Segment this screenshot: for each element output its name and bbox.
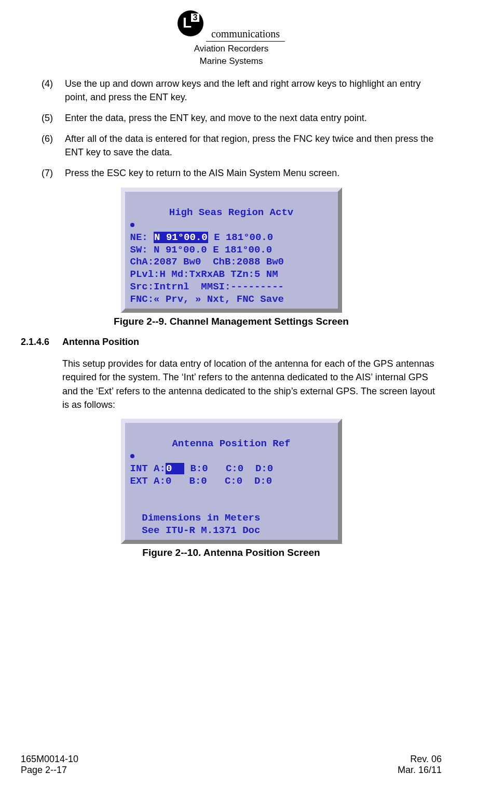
- figure-2-9-caption: Figure 2--9. Channel Management Settings…: [21, 316, 442, 327]
- sw-line: SW: N 91°00.0 E 181°00.0: [130, 244, 273, 256]
- logo-number: 3: [191, 14, 199, 22]
- l3-logo: L 3: [178, 10, 203, 36]
- ne-line-pre: NE:: [130, 232, 154, 243]
- channel-mgmt-screen: High Seas Region Actv NE: N 91°00.0 E 18…: [121, 188, 342, 313]
- step-4: (4) Use the up and down arrow keys and t…: [42, 77, 442, 104]
- plvl-line: PLvl:H Md:TxRxAB TZn:5 NM: [130, 269, 278, 280]
- ne-line-post: E 181°00.0: [208, 232, 273, 243]
- footer-left: 165M0014-10 Page 2--17: [21, 754, 78, 776]
- communications-text: communications: [206, 28, 285, 42]
- page-header: L 3 communications Aviation Recorders Ma…: [21, 10, 442, 66]
- step-number: (4): [42, 77, 65, 104]
- int-line-post: B:0 C:0 D:0: [184, 463, 273, 474]
- section-title: Antenna Position: [62, 337, 139, 348]
- step-5: (5) Enter the data, press the ENT key, a…: [42, 111, 442, 125]
- logo-letter: L: [183, 15, 192, 31]
- screen-title: Antenna Position Ref: [130, 438, 333, 450]
- step-number: (7): [42, 166, 65, 180]
- ne-highlight: N 91°00.0: [154, 232, 208, 243]
- see-doc-line: See ITU-R M.1371 Doc: [130, 525, 261, 536]
- fnc-line: FNC:« Prv, » Nxt, FNC Save: [130, 294, 284, 305]
- blank-line: [130, 500, 136, 511]
- step-6: (6) After all of the data is entered for…: [42, 132, 442, 159]
- src-line: Src:Intrnl MMSI:---------: [130, 281, 284, 292]
- dimensions-line: Dimensions in Meters: [130, 512, 261, 524]
- figure-2-10-caption: Figure 2--10. Antenna Position Screen: [21, 547, 442, 558]
- int-line-pre: INT A:: [130, 463, 166, 474]
- ch-line: ChA:2087 Bw0 ChB:2088 Bw0: [130, 256, 284, 268]
- page-footer: 165M0014-10 Page 2--17 Rev. 06 Mar. 16/1…: [21, 754, 442, 776]
- blank-line: [130, 487, 136, 499]
- section-number: 2.1.4.6: [21, 337, 62, 348]
- marine-systems-text: Marine Systems: [21, 56, 442, 66]
- date: Mar. 16/11: [398, 765, 442, 776]
- page-number: Page 2--17: [21, 765, 78, 776]
- int-highlight: 0: [166, 463, 184, 474]
- antenna-position-paragraph: This setup provides for data entry of lo…: [62, 357, 442, 411]
- section-heading: 2.1.4.6 Antenna Position: [21, 337, 442, 348]
- step-text: Use the up and down arrow keys and the l…: [65, 77, 442, 104]
- step-text: Press the ESC key to return to the AIS M…: [65, 166, 442, 180]
- aviation-recorders-text: Aviation Recorders: [21, 44, 442, 54]
- screen-title: High Seas Region Actv: [130, 207, 333, 219]
- step-number: (5): [42, 111, 65, 125]
- cursor-dot-icon: [130, 454, 134, 458]
- doc-number: 165M0014-10: [21, 754, 78, 765]
- step-number: (6): [42, 132, 65, 159]
- step-text: Enter the data, press the ENT key, and m…: [65, 111, 442, 125]
- step-7: (7) Press the ESC key to return to the A…: [42, 166, 442, 180]
- revision: Rev. 06: [398, 754, 442, 765]
- antenna-position-screen: Antenna Position Ref INT A:0 B:0 C:0 D:0…: [121, 419, 342, 544]
- footer-right: Rev. 06 Mar. 16/11: [398, 754, 442, 776]
- ext-line: EXT A:0 B:0 C:0 D:0: [130, 475, 273, 487]
- cursor-dot-icon: [130, 223, 134, 227]
- step-text: After all of the data is entered for tha…: [65, 132, 442, 159]
